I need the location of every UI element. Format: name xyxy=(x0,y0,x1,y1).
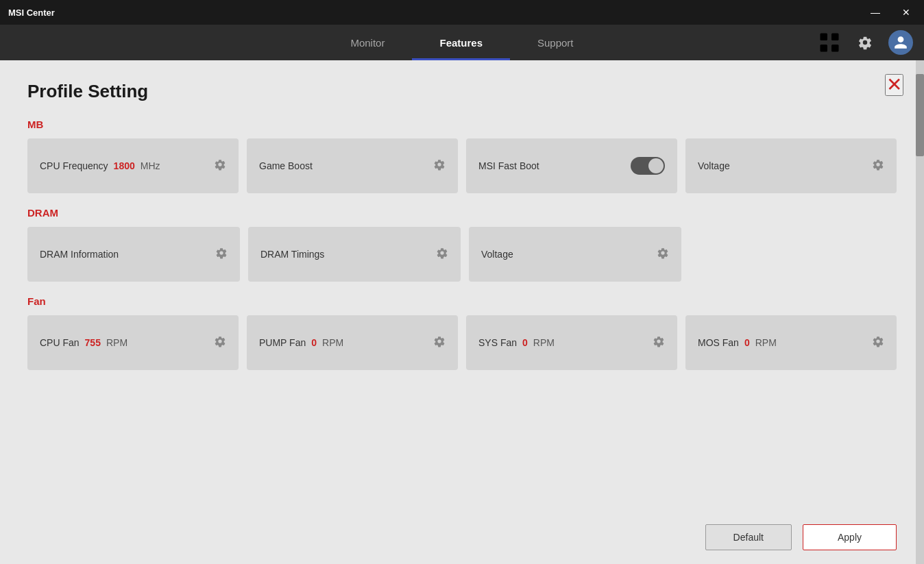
minimize-button[interactable]: — xyxy=(865,4,886,21)
gear-icon-mos-fan[interactable] xyxy=(872,335,884,351)
card-value-sys-fan: 0 xyxy=(522,337,528,348)
nav-tab-features[interactable]: Features xyxy=(412,25,510,60)
card-content-cpu-freq: CPU Frequency1800 MHz xyxy=(40,160,160,171)
card-sys-fan: SYS Fan0 RPM xyxy=(466,315,677,370)
gear-icon-dram-info[interactable] xyxy=(215,247,228,262)
title-bar-controls: — ✕ xyxy=(865,4,916,21)
card-game-boost: Game Boost xyxy=(247,138,458,193)
card-unit-sys-fan: RPM xyxy=(533,337,555,348)
svg-rect-0 xyxy=(820,34,828,41)
card-label-mos-fan: MOS Fan xyxy=(698,337,739,348)
section-label-dram: DRAM xyxy=(27,207,897,219)
card-content-voltage-mb: Voltage xyxy=(698,160,730,171)
svg-rect-1 xyxy=(831,34,839,41)
cards-grid-fan: CPU Fan755 RPMPUMP Fan0 RPMSYS Fan0 RPMM… xyxy=(27,315,897,370)
card-label-voltage-mb: Voltage xyxy=(698,160,730,171)
card-unit-cpu-freq: MHz xyxy=(141,160,160,171)
toggle-knob-msi-fast-boot xyxy=(648,158,664,173)
grid-icon-button[interactable] xyxy=(817,30,842,55)
card-unit-pump-fan: RPM xyxy=(322,337,343,348)
card-pump-fan: PUMP Fan0 RPM xyxy=(247,315,458,370)
card-label-msi-fast-boot: MSI Fast Boot xyxy=(478,160,539,171)
card-label-voltage-dram: Voltage xyxy=(481,249,513,260)
gear-icon-game-boost[interactable] xyxy=(433,158,446,174)
card-value-cpu-fan: 755 xyxy=(85,337,101,348)
cards-grid-dram: DRAM InformationDRAM TimingsVoltage xyxy=(27,227,897,282)
svg-rect-2 xyxy=(820,45,828,52)
sections-container: MBCPU Frequency1800 MHzGame BoostMSI Fas… xyxy=(27,119,897,370)
nav-bar: MonitorFeaturesSupport xyxy=(0,25,924,60)
card-value-cpu-freq: 1800 xyxy=(114,160,135,171)
card-label-dram-timings: DRAM Timings xyxy=(260,249,324,260)
card-content-pump-fan: PUMP Fan0 RPM xyxy=(259,337,343,348)
nav-tab-support[interactable]: Support xyxy=(510,25,601,60)
gear-icon-sys-fan[interactable] xyxy=(653,335,665,351)
card-voltage-mb: Voltage xyxy=(685,138,897,193)
card-cpu-freq: CPU Frequency1800 MHz xyxy=(27,138,239,193)
card-unit-mos-fan: RPM xyxy=(755,337,777,348)
card-label-game-boost: Game Boost xyxy=(259,160,313,171)
nav-tabs: MonitorFeaturesSupport xyxy=(0,25,924,60)
scrollbar-thumb[interactable] xyxy=(916,74,924,156)
avatar-icon xyxy=(893,35,908,50)
card-dram-info: DRAM Information xyxy=(27,227,240,282)
gear-icon-dram-timings[interactable] xyxy=(436,247,448,262)
card-content-voltage-dram: Voltage xyxy=(481,249,513,260)
main-content: ✕ Profile Setting MBCPU Frequency1800 MH… xyxy=(0,60,924,564)
cards-grid-mb: CPU Frequency1800 MHzGame BoostMSI Fast … xyxy=(27,138,897,193)
card-label-cpu-freq: CPU Frequency xyxy=(40,160,108,171)
card-content-cpu-fan: CPU Fan755 RPM xyxy=(40,337,127,348)
bottom-bar: Default Apply xyxy=(705,524,897,550)
settings-icon xyxy=(858,35,873,50)
card-content-mos-fan: MOS Fan0 RPM xyxy=(698,337,777,348)
gear-icon-cpu-fan[interactable] xyxy=(214,335,226,351)
card-value-mos-fan: 0 xyxy=(744,337,750,348)
toggle-msi-fast-boot[interactable] xyxy=(631,157,665,175)
settings-icon-button[interactable] xyxy=(853,30,877,55)
title-bar-left: MSI Center xyxy=(8,8,55,18)
grid-icon xyxy=(817,30,842,55)
svg-rect-3 xyxy=(831,45,839,52)
title-bar: MSI Center — ✕ xyxy=(0,0,924,25)
card-mos-fan: MOS Fan0 RPM xyxy=(685,315,897,370)
page-title: Profile Setting xyxy=(27,81,897,102)
nav-icons xyxy=(817,30,924,55)
card-label-pump-fan: PUMP Fan xyxy=(259,337,306,348)
close-button[interactable]: ✕ xyxy=(885,74,903,96)
app-title: MSI Center xyxy=(8,8,55,18)
default-button[interactable]: Default xyxy=(705,524,792,550)
card-value-pump-fan: 0 xyxy=(311,337,317,348)
titlebar-close-button[interactable]: ✕ xyxy=(897,4,916,21)
card-voltage-dram: Voltage xyxy=(469,227,681,282)
section-label-fan: Fan xyxy=(27,295,897,307)
card-label-sys-fan: SYS Fan xyxy=(478,337,517,348)
card-cpu-fan: CPU Fan755 RPM xyxy=(27,315,239,370)
card-content-sys-fan: SYS Fan0 RPM xyxy=(478,337,555,348)
card-content-dram-info: DRAM Information xyxy=(40,249,119,260)
gear-icon-cpu-freq[interactable] xyxy=(214,158,226,174)
gear-icon-pump-fan[interactable] xyxy=(433,335,446,351)
nav-tab-monitor[interactable]: Monitor xyxy=(323,25,412,60)
section-label-mb: MB xyxy=(27,119,897,130)
gear-icon-voltage-mb[interactable] xyxy=(872,158,884,174)
card-empty xyxy=(690,227,897,282)
card-content-game-boost: Game Boost xyxy=(259,160,313,171)
card-content-msi-fast-boot: MSI Fast Boot xyxy=(478,160,539,171)
card-dram-timings: DRAM Timings xyxy=(248,227,461,282)
card-label-dram-info: DRAM Information xyxy=(40,249,119,260)
gear-icon-voltage-dram[interactable] xyxy=(657,247,669,262)
card-label-cpu-fan: CPU Fan xyxy=(40,337,80,348)
card-content-dram-timings: DRAM Timings xyxy=(260,249,324,260)
avatar-button[interactable] xyxy=(888,30,913,55)
apply-button[interactable]: Apply xyxy=(803,524,897,550)
card-msi-fast-boot: MSI Fast Boot xyxy=(466,138,677,193)
scrollbar-track[interactable] xyxy=(916,60,924,564)
card-unit-cpu-fan: RPM xyxy=(106,337,127,348)
